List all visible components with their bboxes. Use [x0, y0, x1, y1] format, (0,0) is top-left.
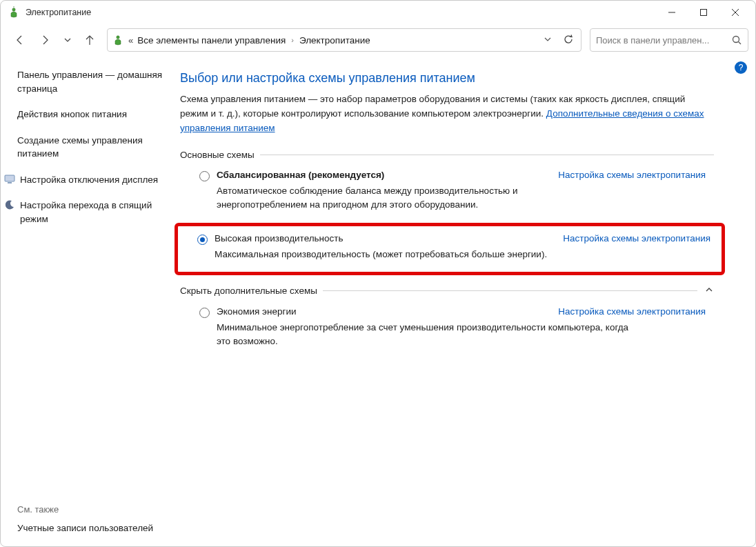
radio-balanced[interactable]: [199, 171, 210, 181]
navbar: « Все элементы панели управления › Элект…: [1, 24, 755, 56]
change-plan-link[interactable]: Настройка схемы электропитания: [563, 233, 710, 243]
breadcrumb-level2[interactable]: Электропитание: [299, 35, 370, 46]
sidebar-item-create-plan[interactable]: Создание схемы управления питанием: [17, 134, 166, 161]
minimize-button[interactable]: [656, 1, 688, 24]
search-input[interactable]: [596, 35, 731, 46]
change-plan-link[interactable]: Настройка схемы электропитания: [558, 170, 706, 180]
help-button[interactable]: ?: [735, 61, 747, 74]
plan-name[interactable]: Сбалансированная (рекомендуется): [217, 170, 384, 180]
change-plan-link[interactable]: Настройка схемы электропитания: [558, 306, 706, 317]
app-icon: [8, 6, 20, 19]
sidebar-item-display-off[interactable]: Настройка отключения дисплея: [17, 173, 166, 187]
sidebar-item-user-accounts[interactable]: Учетные записи пользователей: [17, 521, 166, 535]
svg-point-7: [117, 36, 119, 39]
address-bar[interactable]: « Все элементы панели управления › Элект…: [107, 28, 581, 52]
chevron-up-icon: [704, 285, 714, 297]
refresh-button[interactable]: [560, 34, 577, 47]
sidebar-item-sleep[interactable]: Настройка перехода в спящий режим: [17, 199, 166, 226]
plan-name[interactable]: Экономия энергии: [217, 306, 296, 317]
page-title: Выбор или настройка схемы управления пит…: [180, 71, 714, 86]
address-dropdown-icon[interactable]: [539, 35, 556, 46]
close-button[interactable]: [719, 1, 751, 24]
section-preferred-plans: Основные схемы: [180, 150, 714, 160]
chevron-right-icon: ›: [290, 36, 295, 44]
highlighted-plan: Высокая производительность Настройка схе…: [175, 223, 725, 275]
svg-point-8: [733, 37, 739, 43]
moon-icon: [3, 199, 16, 211]
breadcrumb-prefix: «: [128, 35, 133, 46]
plan-balanced: Сбалансированная (рекомендуется) Настрой…: [180, 166, 714, 219]
plan-power-saver: Экономия энергии Настройка схемы электро…: [180, 302, 714, 356]
section-hide-additional[interactable]: Скрыть дополнительные схемы: [180, 285, 714, 297]
back-button[interactable]: [8, 28, 31, 52]
svg-line-9: [739, 42, 742, 45]
address-icon: [112, 34, 124, 46]
content: Выбор или настройка схемы управления пит…: [173, 56, 755, 546]
sidebar: Панель управления — домашняя страница Де…: [1, 56, 173, 546]
search-box[interactable]: [590, 28, 748, 52]
maximize-button[interactable]: [688, 1, 719, 24]
svg-rect-11: [8, 182, 12, 183]
see-also-heading: См. также: [17, 504, 166, 515]
monitor-icon: [3, 173, 16, 186]
plan-desc: Автоматическое соблюдение баланса между …: [217, 184, 603, 212]
page-description: Схема управления питанием — это набор па…: [180, 92, 714, 136]
radio-high-performance[interactable]: [197, 235, 208, 245]
radio-power-saver[interactable]: [199, 308, 210, 318]
breadcrumb-level1[interactable]: Все элементы панели управления: [137, 35, 286, 46]
plan-desc: Максимальная производительность (может п…: [215, 248, 601, 261]
plan-name[interactable]: Высокая производительность: [215, 233, 344, 243]
svg-rect-3: [701, 10, 707, 16]
sidebar-item-home[interactable]: Панель управления — домашняя страница: [17, 68, 166, 95]
up-button[interactable]: [78, 28, 101, 52]
titlebar: Электропитание: [1, 1, 755, 24]
sidebar-item-button-actions[interactable]: Действия кнопок питания: [17, 108, 166, 121]
svg-rect-10: [5, 175, 14, 181]
forward-button[interactable]: [34, 28, 57, 52]
search-icon[interactable]: [731, 34, 742, 46]
plan-desc: Минимальное энергопотребление за счет ум…: [217, 321, 644, 349]
recent-dropdown[interactable]: [60, 28, 75, 52]
window-title: Электропитание: [26, 8, 91, 17]
svg-point-0: [12, 8, 15, 11]
